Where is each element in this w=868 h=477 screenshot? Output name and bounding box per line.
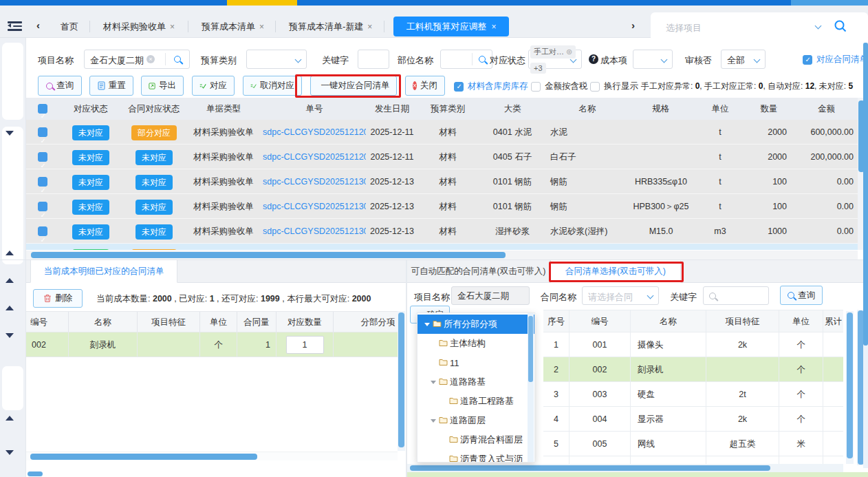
doc-no-link[interactable]: sdpc-CLCGYSD202512120(	[263, 152, 366, 162]
caret-down-icon[interactable]	[431, 419, 436, 423]
close-tab-icon[interactable]: ×	[170, 22, 175, 32]
horizontal-scrollbar[interactable]	[407, 464, 843, 472]
keyword-input[interactable]	[358, 50, 389, 69]
project-select[interactable]: 选择项目	[666, 22, 702, 34]
dock-collapse-icon[interactable]	[6, 333, 14, 338]
table-row[interactable]: 未对应 未对应 材料采购验收单 sdpc-CLCGYSD202512130( 2…	[26, 219, 858, 244]
doc-no-link[interactable]: sdpc-CLCGYSD202512130(	[263, 202, 366, 211]
search-icon[interactable]	[174, 56, 181, 63]
table-row-highlighted[interactable]: 2 002 刻录机 个	[543, 357, 843, 382]
query-button[interactable]: 查询	[38, 76, 82, 96]
budget-type-select[interactable]	[246, 50, 307, 69]
project-name-input[interactable]: 金石大厦二期 ×	[84, 50, 190, 69]
export-button[interactable]: 导出	[141, 76, 184, 96]
table-row[interactable]: 未对应 未对应 材料采购验收单 sdpc-CLCGYSD202512130( 2…	[26, 194, 858, 219]
tree-item-11[interactable]: 11	[417, 353, 534, 372]
tree-item-asphalt-mix-layer[interactable]: 沥青混合料面层	[417, 430, 534, 449]
table-row[interactable]: 4 004 显示器 2k 个	[543, 407, 843, 432]
scrollbar-thumb[interactable]	[30, 454, 257, 460]
tabs-scroll-right-icon[interactable]: ›	[631, 19, 635, 31]
tab-budget-cost-list-new[interactable]: 预算成本清单-新建×	[289, 21, 372, 33]
search-icon[interactable]	[834, 19, 847, 33]
doc-no-link[interactable]: sdpc-CLCGYSD202512130(	[263, 177, 366, 187]
row-checkbox[interactable]	[38, 177, 47, 187]
query-button[interactable]: 查询	[780, 286, 823, 305]
wrap-line-checkbox[interactable]: 换行显示	[590, 81, 638, 92]
collapse-sidebar-icon[interactable]	[8, 21, 22, 31]
reset-button[interactable]: 重置	[89, 76, 133, 96]
table-row[interactable]: 未对应 未对应 材料采购验收单 sdpc-CLCGYSD202512120( 2…	[26, 145, 858, 169]
table-row[interactable]: 已对应 部分对应 材料采购验收单	[26, 244, 858, 250]
close-tab-icon[interactable]: ×	[259, 22, 264, 32]
tree-item-road-subgrade[interactable]: 道路路基	[417, 372, 534, 392]
scrollbar-thumb[interactable]	[847, 312, 853, 458]
row-checkbox[interactable]	[38, 202, 47, 211]
tabs-scroll-left-icon[interactable]: ‹	[36, 19, 40, 31]
table-row[interactable]: 5 005 网线 超五类 米	[543, 432, 843, 456]
table-row[interactable]: 002 刻录机 个 1 1	[26, 332, 398, 357]
tab-budget-cost-list[interactable]: 预算成本清单×	[202, 21, 264, 33]
remove-tag-icon[interactable]: ⊛	[566, 47, 572, 56]
vertical-scrollbar[interactable]	[846, 311, 854, 464]
cost-item-select[interactable]	[633, 50, 673, 69]
tree-item-main-structure[interactable]: 主体结构	[417, 334, 534, 353]
dock-expand-icon[interactable]	[6, 306, 14, 310]
scrollbar-thumb[interactable]	[31, 252, 506, 258]
search-icon[interactable]	[479, 56, 486, 63]
help-icon[interactable]: ?	[589, 54, 598, 64]
row-checkbox[interactable]	[38, 152, 47, 162]
row-checkbox[interactable]	[38, 226, 47, 236]
dock-expand-icon[interactable]	[6, 278, 14, 283]
cancel-match-button[interactable]: 取消对应	[243, 76, 302, 96]
caret-down-icon[interactable]	[431, 381, 436, 384]
part-name-input[interactable]	[440, 50, 492, 69]
audit-select[interactable]: 全部	[721, 50, 766, 69]
row-checkbox[interactable]	[38, 127, 47, 137]
close-tab-icon[interactable]: ×	[491, 22, 496, 32]
tab-budget-match-adjust-active[interactable]: 工料机预算对应调整×	[393, 17, 509, 36]
scrollbar-thumb[interactable]	[398, 312, 404, 447]
tab-auto-match-contract-list[interactable]: 可自动匹配的合同清单(双击可带入)	[407, 260, 550, 283]
dock-expand-icon[interactable]	[6, 251, 14, 255]
match-button[interactable]: 对应	[192, 76, 235, 96]
delete-button[interactable]: 删除	[33, 289, 83, 308]
clear-icon[interactable]: ×	[147, 55, 155, 63]
table-row[interactable]: 1 001 摄像头 2k 个	[543, 332, 843, 357]
table-row[interactable]: 3 003 硬盘 2t 个	[543, 382, 843, 407]
match-status-tag[interactable]: 手工对… ⊛	[530, 45, 576, 59]
table-row[interactable]: 未对应 未对应 材料采购验收单 sdpc-CLCGYSD202512130( 2…	[26, 169, 858, 194]
horizontal-scrollbar[interactable]	[26, 251, 858, 259]
tree-item-all-sections[interactable]: 所有分部分项	[417, 315, 534, 334]
dock-collapse-icon[interactable]	[6, 450, 14, 455]
scrollbar-thumb[interactable]	[863, 43, 868, 346]
amount-with-tax-checkbox[interactable]: 金额按含税	[531, 81, 588, 92]
match-quantity-input[interactable]: 1	[286, 336, 324, 354]
one-key-match-button[interactable]: 一键对应合同清单	[310, 76, 397, 96]
tree-item-road-eng-subgrade[interactable]: 道路工程路基	[417, 392, 534, 411]
tree-item-road-surface[interactable]: 道路面层	[417, 411, 534, 430]
panel-splitter[interactable]	[406, 260, 407, 477]
tree-item-asphalt-penetration[interactable]: 沥青贯入式与沥	[417, 449, 534, 463]
tab-material-receipt[interactable]: 材料采购验收单×	[103, 21, 175, 33]
close-button[interactable]: ×关闭	[405, 76, 445, 96]
include-warehouse-checkbox[interactable]: 材料含库房库存	[454, 81, 528, 92]
contract-select[interactable]: 请选择合同	[582, 286, 659, 305]
tab-contract-list-select[interactable]: 合同清单选择(双击可带入)	[550, 260, 681, 283]
select-all-checkbox[interactable]	[38, 104, 47, 114]
scrollbar-thumb[interactable]	[28, 471, 43, 476]
doc-no-link[interactable]: sdpc-CLCGYSD202512130(	[263, 226, 366, 236]
dock-expand-icon[interactable]	[6, 416, 14, 421]
contract-list-checkbox[interactable]: 对应合同清单	[803, 54, 868, 65]
horizontal-scrollbar[interactable]	[26, 452, 398, 460]
doc-no-link[interactable]: sdpc-CLCGYSD202512120(	[263, 127, 366, 137]
scrollbar-thumb[interactable]	[410, 465, 770, 471]
close-tab-icon[interactable]: ×	[367, 22, 372, 32]
tab-home[interactable]: 首页	[61, 21, 78, 33]
dock-collapse-icon[interactable]	[6, 131, 14, 136]
table-row[interactable]: 未对应 部分对应 材料采购验收单 sdpc-CLCGYSD202512120( …	[26, 120, 858, 145]
tab-matched-contract-list[interactable]: 当前成本明细已对应的合同清单	[30, 260, 177, 283]
vertical-scrollbar[interactable]	[398, 311, 405, 451]
caret-down-icon[interactable]	[424, 323, 430, 326]
scrollbar-thumb[interactable]	[528, 316, 533, 382]
keyword-input[interactable]	[703, 286, 769, 305]
